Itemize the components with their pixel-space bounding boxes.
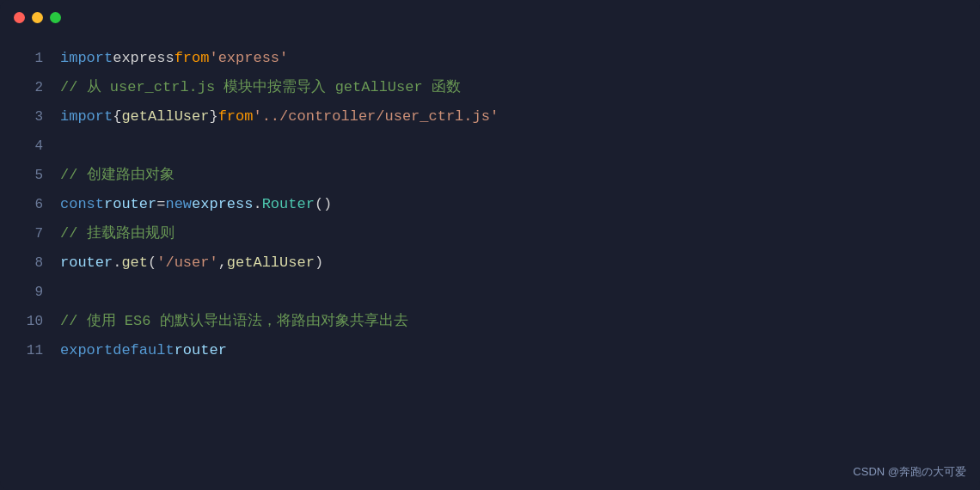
code-line: 5// 创建路由对象 [17,161,963,190]
token-class-name: Router [262,190,315,219]
line-number: 5 [17,161,43,190]
token-kw-const: const [60,190,104,219]
token-punct: . [253,190,261,219]
line-content: // 使用 ES6 的默认导出语法，将路由对象共享出去 [60,307,408,336]
token-obj-name: router [60,248,113,278]
token-str: '/user' [156,248,217,278]
token-comment: // 挂载路由规则 [60,219,175,248]
token-punct: . [113,248,121,278]
token-fn-name: getAllUser [227,248,315,278]
token-punct: ( [148,248,156,278]
line-content: import { getAllUser } from '../controlle… [60,102,499,132]
code-line: 10// 使用 ES6 的默认导出语法，将路由对象共享出去 [17,307,963,336]
token-kw-import: import [60,44,113,73]
minimize-button[interactable] [32,12,43,23]
token-kw-default: default [113,336,174,365]
token-kw-new: new [165,190,192,219]
line-content: const router = new express.Router() [60,190,332,219]
token-plain: express [113,44,174,73]
line-number: 10 [17,307,43,336]
token-punct: ) [315,248,323,278]
code-line: 9 [17,278,963,307]
line-content: export default router [60,336,227,365]
token-method: get [121,248,148,278]
token-plain: = [156,190,165,219]
line-content: // 挂载路由规则 [60,219,175,248]
token-kw-import: import [60,102,113,132]
token-plain: { [113,102,121,132]
token-str: 'express' [209,44,288,73]
token-comment: // 使用 ES6 的默认导出语法，将路由对象共享出去 [60,307,408,336]
watermark: CSDN @奔跑の大可爱 [853,464,966,480]
line-content: // 从 user_ctrl.js 模块中按需导入 getAllUser 函数 [60,73,461,102]
code-line: 3import { getAllUser } from '../controll… [17,102,963,132]
code-line: 4 [17,132,963,161]
token-var-name: router [104,190,156,219]
titlebar [0,0,980,35]
line-number: 6 [17,190,43,219]
token-comment: // 创建路由对象 [60,161,175,190]
code-line: 1import express from 'express' [17,44,963,73]
token-fn-name: getAllUser [121,102,209,132]
line-content: router.get('/user', getAllUser) [60,248,323,278]
token-kw-import: export [60,336,113,365]
token-kw-from: from [175,44,210,73]
code-editor: 1import express from 'express'2// 从 user… [0,35,980,490]
token-plain: } [209,102,217,132]
code-line: 2// 从 user_ctrl.js 模块中按需导入 getAllUser 函数 [17,73,963,102]
line-number: 8 [17,248,43,278]
token-var-name: router [175,336,227,365]
token-punct: () [315,190,332,219]
line-number: 11 [17,336,43,365]
maximize-button[interactable] [50,12,61,23]
code-line: 6const router = new express.Router() [17,190,963,219]
line-number: 4 [17,132,43,161]
line-number: 2 [17,73,43,102]
code-window: 1import express from 'express'2// 从 user… [0,0,980,490]
token-kw-from: from [218,102,254,132]
line-number: 7 [17,219,43,248]
code-line: 11export default router [17,336,963,365]
line-content: // 创建路由对象 [60,161,175,190]
close-button[interactable] [14,12,25,23]
code-line: 7// 挂载路由规则 [17,219,963,248]
line-content: import express from 'express' [60,44,288,73]
line-number: 9 [17,278,43,307]
token-plain: , [218,248,227,278]
line-number: 1 [17,44,43,73]
token-obj-name: express [192,190,253,219]
token-comment: // 从 user_ctrl.js 模块中按需导入 getAllUser 函数 [60,73,461,102]
token-str: '../controller/user_ctrl.js' [253,102,499,132]
line-number: 3 [17,102,43,132]
code-line: 8router.get('/user', getAllUser) [17,248,963,278]
